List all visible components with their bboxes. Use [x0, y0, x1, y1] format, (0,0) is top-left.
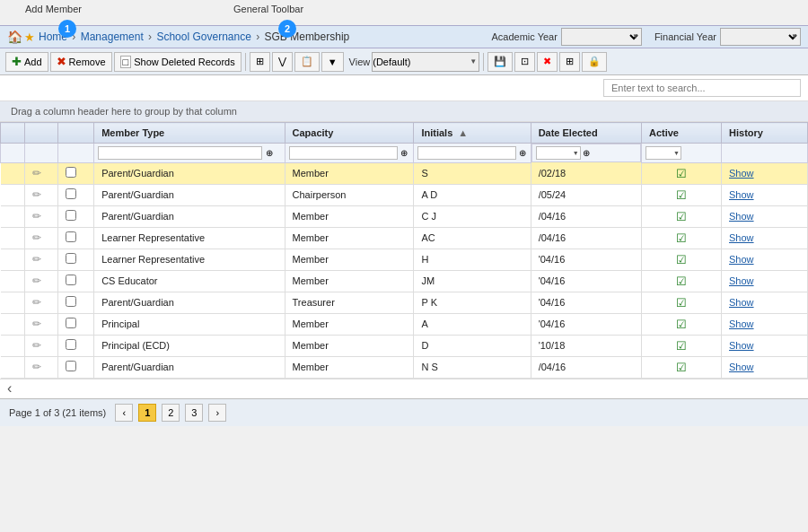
row-member-type: Parent/Guardian — [94, 356, 285, 378]
col-header-initials[interactable]: Initials ▲ — [414, 123, 531, 144]
copy-icon: ⊡ — [521, 56, 529, 67]
edit-icon[interactable]: ✏ — [32, 188, 41, 201]
add-label: Add — [24, 57, 42, 67]
breadcrumb-management[interactable]: Management — [81, 31, 144, 43]
filter-cb-cell — [58, 144, 94, 163]
academic-year-dropdown[interactable] — [561, 28, 642, 46]
row-history: Show — [722, 313, 808, 335]
filter-active-dropdown[interactable] — [646, 146, 681, 160]
history-show-link[interactable]: Show — [729, 318, 754, 329]
view-select[interactable]: (Default) — [372, 52, 479, 72]
row-checkbox-cell — [58, 270, 94, 292]
show-deleted-button[interactable]: □ Show Deleted Records — [114, 52, 242, 72]
row-checkbox[interactable] — [66, 296, 76, 307]
filter-date-dropdown[interactable] — [536, 146, 581, 160]
history-show-link[interactable]: Show — [729, 275, 754, 286]
pagination-page-1[interactable]: 1 — [138, 404, 156, 422]
history-show-link[interactable]: Show — [729, 297, 754, 308]
row-check-cell — [1, 205, 25, 227]
row-checkbox[interactable] — [66, 253, 76, 264]
row-checkbox[interactable] — [66, 361, 76, 371]
col-header-date-elected[interactable]: Date Elected — [531, 123, 641, 144]
toolbar-filter-button[interactable]: ⋁ — [272, 52, 293, 72]
active-checked-icon: ☑ — [676, 361, 687, 374]
financial-year-select[interactable] — [720, 28, 801, 46]
remove-button[interactable]: ✖ Remove — [50, 52, 112, 72]
row-capacity: Member — [285, 227, 414, 249]
col-header-history[interactable]: History — [722, 123, 808, 144]
edit-icon[interactable]: ✏ — [32, 275, 41, 287]
pagination-next-button[interactable]: › — [208, 404, 226, 422]
pagination-prev-button[interactable]: ‹ — [115, 404, 133, 422]
row-checkbox[interactable] — [66, 275, 76, 285]
edit-icon[interactable]: ✏ — [32, 339, 41, 352]
pagination-page-3[interactable]: 3 — [185, 404, 203, 422]
active-checked-icon: ☑ — [676, 210, 687, 223]
toolbar-columns-button[interactable]: ⊞ — [559, 52, 580, 72]
col-header-active[interactable]: Active — [641, 123, 721, 144]
breadcrumb: Home › Management › School Governance › … — [39, 31, 349, 43]
filter-check-cell — [1, 144, 25, 163]
row-capacity: Member — [285, 356, 414, 378]
toolbar-grid-button[interactable]: ⊞ — [250, 52, 270, 72]
history-show-link[interactable]: Show — [729, 189, 754, 200]
filter-capacity-input[interactable] — [289, 146, 398, 160]
pagination-bar: Page 1 of 3 (21 items) ‹ 1 2 3 › — [0, 398, 808, 426]
financial-year-label: Financial Year — [654, 31, 716, 42]
edit-icon[interactable]: ✏ — [32, 167, 41, 179]
row-checkbox[interactable] — [66, 339, 76, 350]
search-input[interactable] — [603, 79, 801, 97]
academic-year-select[interactable] — [561, 28, 642, 46]
row-initials: A — [414, 313, 531, 335]
col-header-member-type[interactable]: Member Type — [94, 123, 285, 144]
row-date-elected: /04/16 — [531, 356, 641, 378]
toolbar-save-button[interactable]: 💾 — [487, 52, 513, 72]
edit-icon[interactable]: ✏ — [32, 318, 41, 330]
history-show-link[interactable]: Show — [729, 232, 754, 243]
table-body: ✏ Parent/Guardian Member S /02/18 ☑ Show… — [1, 162, 808, 378]
history-show-link[interactable]: Show — [729, 168, 754, 179]
row-history: Show — [722, 184, 808, 205]
view-dropdown[interactable]: (Default) — [372, 52, 479, 72]
history-show-link[interactable]: Show — [729, 254, 754, 265]
row-member-type: Learner Representative — [94, 249, 285, 270]
edit-icon[interactable]: ✏ — [32, 253, 41, 266]
col-header-capacity[interactable]: Capacity — [285, 123, 414, 144]
financial-year-dropdown[interactable] — [720, 28, 801, 46]
history-show-link[interactable]: Show — [729, 340, 754, 351]
col-header-check — [1, 123, 25, 144]
row-capacity: Member — [285, 313, 414, 335]
row-checkbox[interactable] — [66, 210, 76, 221]
row-checkbox[interactable] — [66, 188, 76, 199]
row-initials: S — [414, 162, 531, 184]
toolbar-lock-button[interactable]: 🔒 — [582, 52, 607, 72]
filter-history-cell — [722, 144, 808, 163]
row-edit-cell: ✏ — [25, 205, 58, 227]
row-checkbox[interactable] — [66, 231, 76, 242]
filter-active-select[interactable] — [646, 146, 681, 160]
row-checkbox[interactable] — [66, 167, 76, 178]
financial-year-section: Financial Year — [654, 28, 801, 46]
row-member-type: Parent/Guardian — [94, 292, 285, 313]
row-checkbox[interactable] — [66, 318, 76, 328]
filter-initials-input[interactable] — [417, 146, 515, 160]
toolbar-dropdown-button[interactable]: ▼ — [321, 52, 344, 72]
edit-icon[interactable]: ✏ — [32, 231, 41, 244]
breadcrumb-school-governance[interactable]: School Governance — [156, 31, 250, 43]
filter-date-select[interactable] — [536, 146, 581, 160]
toolbar-export-button[interactable]: 📋 — [294, 52, 320, 72]
filter-initials-cell: ⊕ — [414, 144, 531, 163]
add-button[interactable]: ✚ Add — [5, 52, 48, 72]
row-capacity: Member — [285, 335, 414, 356]
edit-icon[interactable]: ✏ — [32, 296, 41, 309]
edit-icon[interactable]: ✏ — [32, 361, 41, 373]
table-header-row: Member Type Capacity Initials ▲ Date Ele… — [1, 123, 808, 144]
pagination-page-2[interactable]: 2 — [162, 404, 180, 422]
history-show-link[interactable]: Show — [729, 211, 754, 222]
edit-icon[interactable]: ✏ — [32, 210, 41, 222]
history-show-link[interactable]: Show — [729, 362, 754, 372]
toolbar-copy-button[interactable]: ⊡ — [514, 52, 535, 72]
scroll-hint-bar: ‹ — [0, 379, 808, 398]
filter-member-type-input[interactable] — [98, 146, 262, 160]
toolbar-delete-button[interactable]: ✖ — [537, 52, 558, 72]
